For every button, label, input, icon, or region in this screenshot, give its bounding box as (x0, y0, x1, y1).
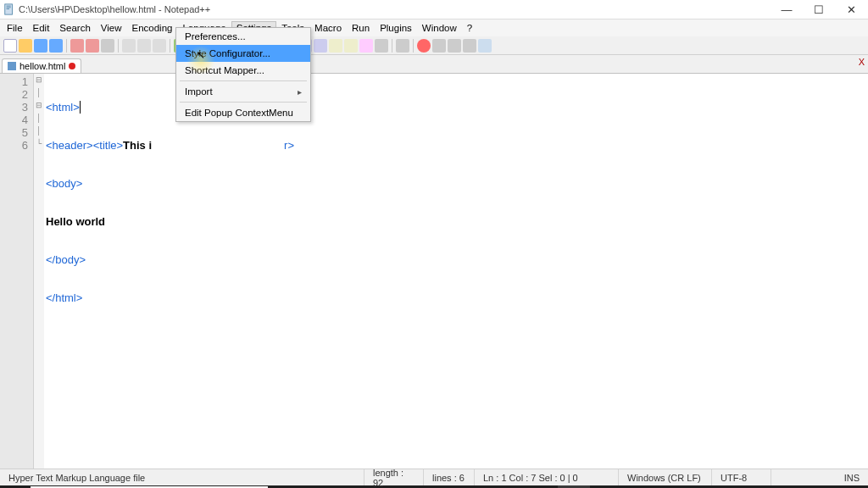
menu-edit-contextmenu[interactable]: Edit Popup ContextMenu (176, 104, 310, 121)
doc-icon[interactable] (344, 39, 358, 53)
new-icon[interactable] (3, 39, 17, 53)
window-title: C:\Users\HP\Desktop\hellow.html - Notepa… (19, 4, 778, 14)
cut-icon[interactable] (122, 39, 136, 53)
monitor-icon[interactable] (396, 39, 409, 53)
file-type-icon (8, 62, 16, 70)
menu-preferences[interactable]: Preferences... (176, 28, 310, 45)
play-icon[interactable] (448, 39, 461, 53)
savemacro-icon[interactable] (478, 39, 492, 53)
menu-plugins[interactable]: Plugins (375, 21, 417, 35)
menu-shortcut-mapper[interactable]: Shortcut Mapper... (176, 62, 310, 79)
menu-help[interactable]: ? (462, 21, 477, 35)
svg-rect-3 (7, 8, 10, 9)
menu-view[interactable]: View (96, 21, 127, 35)
svg-rect-1 (7, 6, 11, 7)
copy-icon[interactable] (137, 39, 151, 53)
menu-import[interactable]: Import▸ (176, 83, 310, 100)
window-buttons: — ☐ ✕ (778, 3, 865, 16)
menu-edit[interactable]: Edit (28, 21, 55, 35)
toolbar-separator (118, 39, 119, 53)
menu-run[interactable]: Run (347, 21, 375, 35)
menu-separator (180, 80, 307, 81)
status-eol: Windows (CR LF) (619, 469, 712, 485)
maximize-button[interactable]: ☐ (810, 3, 827, 16)
toolbar-separator (392, 39, 392, 53)
toolbar-separator (170, 39, 170, 53)
funclist-icon[interactable] (359, 39, 373, 53)
svg-rect-2 (7, 7, 11, 8)
menu-separator (180, 102, 307, 103)
save-icon[interactable] (34, 39, 47, 53)
menu-file[interactable]: File (2, 21, 28, 35)
close-button[interactable]: ✕ (843, 3, 860, 16)
playmulti-icon[interactable] (463, 39, 476, 53)
code-area[interactable]: <html> <header><title>This ixxxxxxxxxxxx… (44, 74, 868, 469)
editor[interactable]: 123456 ⊟│⊟││└ <html> <header><title>This… (0, 74, 868, 469)
tabbar-close-icon[interactable]: X (859, 57, 865, 67)
file-tab[interactable]: hellow.html (2, 58, 81, 73)
status-length: length : 92 (364, 469, 424, 485)
menu-window[interactable]: Window (417, 21, 462, 35)
toolbar-separator (66, 39, 67, 53)
tabbar: hellow.html X (0, 55, 868, 74)
stop-icon[interactable] (432, 39, 446, 53)
menubar: File Edit Search View Encoding Language … (0, 19, 868, 36)
print-icon[interactable] (101, 39, 114, 53)
map-icon[interactable] (375, 39, 388, 53)
settings-dropdown: Preferences... Style Configurator... Sho… (175, 27, 311, 122)
statusbar: Hyper Text Markup Language file length :… (0, 469, 868, 485)
menu-encoding[interactable]: Encoding (127, 21, 178, 35)
status-mode: INS (771, 469, 868, 485)
record-icon[interactable] (417, 39, 431, 53)
fold-column[interactable]: ⊟│⊟││└ (34, 74, 44, 469)
menu-search[interactable]: Search (54, 21, 95, 35)
toolbar-separator (413, 39, 414, 53)
menu-style-configurator[interactable]: Style Configurator... (176, 45, 310, 62)
minimize-button[interactable]: — (778, 3, 795, 16)
window-titlebar: C:\Users\HP\Desktop\hellow.html - Notepa… (0, 0, 868, 19)
folder-icon[interactable] (329, 39, 342, 53)
save-all-icon[interactable] (49, 39, 63, 53)
toolbar (0, 36, 868, 55)
paste-icon[interactable] (153, 39, 166, 53)
menu-macro[interactable]: Macro (309, 21, 347, 35)
line-gutter: 123456 (0, 74, 34, 469)
open-icon[interactable] (19, 39, 32, 53)
close-all-icon[interactable] (86, 39, 99, 53)
unsaved-indicator-icon (69, 63, 75, 69)
tab-label: hellow.html (19, 61, 65, 71)
status-filetype: Hyper Text Markup Language file (0, 469, 364, 485)
indent-icon[interactable] (314, 39, 327, 53)
submenu-arrow-icon: ▸ (298, 87, 302, 97)
close-file-icon[interactable] (70, 39, 84, 53)
status-lines: lines : 6 (424, 469, 475, 485)
status-position: Ln : 1 Col : 7 Sel : 0 | 0 (475, 469, 619, 485)
app-icon (3, 3, 15, 15)
status-encoding: UTF-8 (712, 469, 771, 485)
